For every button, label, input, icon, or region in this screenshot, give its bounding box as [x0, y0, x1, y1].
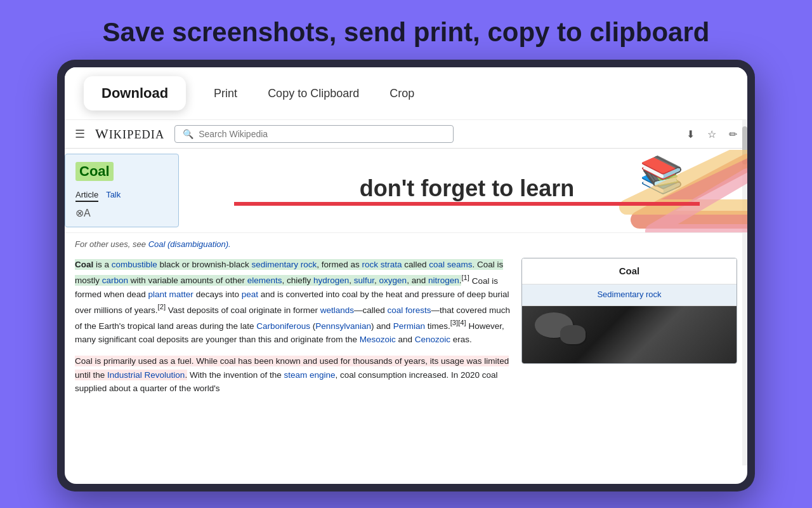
ref-3: [3][4] — [450, 319, 466, 326]
article-paragraph-1: Coal is a combustible black or brownish-… — [75, 258, 511, 347]
book-icon: 📚 — [639, 154, 684, 196]
wikipedia-logo-text: WIKIPEDIA — [95, 126, 164, 142]
mesozoic-link[interactable]: Mesozoic — [360, 335, 396, 344]
download-icon[interactable]: ⬇ — [686, 128, 695, 140]
infobox-subtitle: Sedimentary rock — [522, 284, 737, 306]
article-paragraph-2: Coal is primarily used as a fuel. While … — [75, 354, 511, 396]
sulfur-link[interactable]: sulfur — [354, 276, 374, 285]
tab-talk[interactable]: Talk — [106, 190, 121, 202]
article-body: Coal is a combustible black or brownish-… — [75, 258, 737, 396]
star-icon[interactable]: ☆ — [707, 128, 716, 140]
coal-infobox: Coal Sedimentary rock — [521, 258, 737, 364]
steam-engine-link[interactable]: steam engine — [284, 370, 335, 380]
wikipedia-header: ☰ WIKIPEDIA 🔍 ⬇ ☆ ✏ — [65, 120, 747, 149]
cenozoic-link[interactable]: Cenozoic — [415, 335, 450, 344]
combustible-link[interactable]: combustible — [112, 260, 157, 269]
coal-tabs: Article Talk — [75, 190, 168, 202]
ref-1: [1] — [461, 274, 469, 281]
coal-header-row: Coal Article Talk ⊗A don't forget to lea… — [65, 149, 747, 233]
ad-banner: don't forget to learn 📚 — [187, 149, 747, 232]
device-screen: Download Print Copy to Clipboard Crop ☰ … — [65, 67, 747, 484]
coal-title: Coal — [75, 162, 114, 181]
ref-2: [2] — [158, 303, 166, 311]
wetlands-link[interactable]: wetlands — [320, 305, 354, 315]
ad-underline — [234, 202, 700, 206]
pennsylvanian-link[interactable]: Pennsylvanian — [315, 321, 371, 331]
carboniferous-link[interactable]: Carboniferous — [256, 321, 310, 331]
print-button[interactable]: Print — [211, 82, 240, 105]
infobox-title: Coal — [522, 258, 737, 284]
wikipedia-logo: WIKIPEDIA — [95, 126, 164, 142]
sedimentary-rock-link[interactable]: sedimentary rock — [251, 260, 317, 269]
app-toolbar: Download Print Copy to Clipboard Crop — [65, 67, 747, 120]
disambiguation-notice: For other uses, see Coal (disambiguation… — [75, 238, 737, 251]
elements-link[interactable]: elements — [247, 276, 282, 285]
coal-title-box: Coal Article Talk ⊗A — [65, 154, 179, 227]
menu-icon[interactable]: ☰ — [75, 127, 85, 141]
coal-seams-link[interactable]: coal seams — [429, 260, 472, 269]
crop-button[interactable]: Crop — [387, 82, 417, 105]
search-bar[interactable]: 🔍 — [174, 125, 454, 143]
carbon-link[interactable]: carbon — [102, 276, 128, 285]
ad-text: don't forget to learn — [360, 175, 575, 202]
article-content: For other uses, see Coal (disambiguation… — [65, 233, 747, 401]
wikipedia-content: ☰ WIKIPEDIA 🔍 ⬇ ☆ ✏ — [65, 120, 747, 465]
article-left: Coal is a combustible black or brownish-… — [75, 258, 511, 396]
device-frame: Download Print Copy to Clipboard Crop ☰ … — [57, 60, 755, 491]
plant-matter-link[interactable]: plant matter — [148, 290, 193, 299]
search-icon: 🔍 — [183, 129, 193, 139]
disambiguation-link[interactable]: Coal (disambiguation). — [148, 239, 231, 249]
hydrogen-link[interactable]: hydrogen — [313, 276, 349, 285]
search-input[interactable] — [199, 129, 445, 139]
coal-forests-link[interactable]: coal forests — [388, 305, 431, 315]
nitrogen-link[interactable]: nitrogen — [428, 276, 459, 285]
oxygen-link[interactable]: oxygen — [379, 276, 407, 285]
peat-link[interactable]: peat — [242, 290, 258, 299]
page-headline: Save screenshots, send print, copy to cl… — [77, 0, 735, 60]
edit-icon[interactable]: ✏ — [729, 128, 737, 140]
copy-clipboard-button[interactable]: Copy to Clipboard — [265, 82, 362, 105]
tab-article[interactable]: Article — [75, 190, 98, 202]
translate-icon[interactable]: ⊗A — [75, 207, 168, 219]
permian-link[interactable]: Permian — [393, 321, 425, 331]
industrial-revolution-link[interactable]: Industrial Revolution — [107, 370, 185, 380]
coal-bold: Coal is a combustible black or brownish-… — [75, 259, 503, 286]
rock-strata-link[interactable]: rock strata — [362, 260, 402, 269]
coal-image — [522, 306, 737, 363]
download-button[interactable]: Download — [84, 76, 186, 110]
wikipedia-tools: ⬇ ☆ ✏ — [686, 128, 737, 140]
